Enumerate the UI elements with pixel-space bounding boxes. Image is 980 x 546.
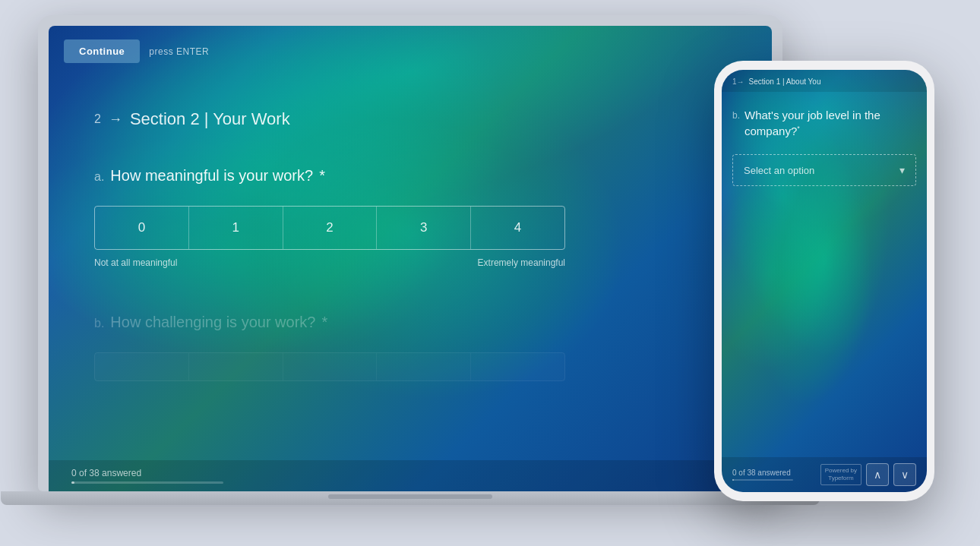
phone-nav-up-button[interactable]: ∧ [866, 463, 889, 486]
laptop-progress-track [71, 481, 223, 484]
laptop-progress-text: 0 of 38 answered [71, 468, 223, 478]
phone-select-dropdown[interactable]: Select an option ▾ [732, 154, 916, 186]
question-a-required: * [319, 167, 325, 185]
scale-buttons-a: 0 1 2 3 4 [94, 206, 565, 250]
phone-section-title: Section 1 | About You [749, 77, 821, 86]
phone-dropdown-placeholder: Select an option [744, 165, 814, 176]
scale-btn-b-2 [283, 353, 378, 380]
section-heading: 2 → Section 2 | Your Work [94, 109, 726, 129]
phone-progress-track [732, 479, 793, 481]
scene: Continue press ENTER 2 → Section 2 | You… [0, 0, 980, 546]
phone-inner: 1→ Section 1 | About You b. What's your … [722, 70, 927, 492]
phone-progress-text: 0 of 38 answered [732, 469, 793, 477]
question-a-letter: a. [94, 170, 104, 184]
scale-btn-1[interactable]: 1 [189, 207, 283, 249]
continue-button[interactable]: Continue [64, 39, 140, 63]
scale-btn-b-1 [189, 353, 283, 380]
scale-labels-a: Not at all meaningful Extremely meaningf… [94, 257, 565, 268]
scale-btn-3[interactable]: 3 [377, 207, 471, 249]
scale-btn-2[interactable]: 2 [283, 207, 378, 249]
section-arrow-icon: → [109, 112, 122, 128]
question-b-block: b. How challenging is your work? * [94, 314, 726, 381]
section-number: 2 [94, 112, 101, 126]
scale-btn-4[interactable]: 4 [471, 207, 564, 249]
laptop-device: Continue press ENTER 2 → Section 2 | You… [38, 15, 782, 516]
laptop-bottom-bar: 0 of 38 answered [49, 460, 772, 491]
phone-nav-down-button[interactable]: ∨ [893, 463, 916, 486]
phone-question-b-label: b. What's your job level in the company?… [732, 107, 916, 139]
question-a-text: How meaningful is your work? [110, 167, 313, 185]
question-b-required: * [321, 314, 327, 331]
scale-buttons-b-faded [94, 352, 565, 381]
question-b-letter: b. [94, 317, 104, 330]
phone-device: 1→ Section 1 | About You b. What's your … [714, 61, 934, 501]
laptop-survey-background: Continue press ENTER 2 → Section 2 | You… [49, 26, 772, 491]
question-b-label: b. How challenging is your work? * [94, 314, 726, 331]
question-a-block: a. How meaningful is your work? * 0 1 2 … [94, 167, 726, 268]
phone-nav-buttons: Powered byTypeform ∧ ∨ [820, 463, 916, 486]
laptop-top-bar: Continue press ENTER [49, 33, 772, 69]
laptop-base [1, 491, 820, 505]
question-a-label: a. How meaningful is your work? * [94, 167, 726, 185]
phone-body: b. What's your job level in the company?… [722, 92, 927, 457]
phone-survey-background: 1→ Section 1 | About You b. What's your … [722, 70, 927, 492]
scale-label-right: Extremely meaningful [478, 257, 565, 268]
press-enter-hint: press ENTER [149, 46, 209, 57]
laptop-survey-content: 2 → Section 2 | Your Work a. How meaning… [49, 26, 772, 404]
laptop-outer: Continue press ENTER 2 → Section 2 | You… [38, 15, 782, 491]
phone-question-b-text: What's your job level in the company?* [744, 107, 916, 139]
laptop-progress-fill [71, 481, 74, 484]
phone-question-b-letter: b. [732, 109, 740, 122]
laptop-progress-area: 0 of 38 answered [71, 468, 223, 484]
phone-powered-by-label: Powered byTypeform [820, 464, 861, 484]
phone-survey-content: 1→ Section 1 | About You b. What's your … [722, 70, 927, 492]
question-b-text: How challenging is your work? [110, 314, 315, 331]
phone-section-num: 1→ [732, 77, 744, 86]
phone-bottom-bar: 0 of 38 answered Powered byTypeform ∧ ∨ [722, 457, 927, 492]
laptop-screen: Continue press ENTER 2 → Section 2 | You… [49, 26, 772, 491]
scale-btn-b-4 [471, 353, 564, 380]
phone-top-bar: 1→ Section 1 | About You [722, 70, 927, 92]
scale-btn-b-0 [95, 353, 189, 380]
scale-btn-0[interactable]: 0 [95, 207, 189, 249]
phone-progress-fill [732, 479, 734, 481]
phone-progress-area: 0 of 38 answered [732, 469, 793, 481]
section-title: Section 2 | Your Work [130, 109, 290, 129]
phone-dropdown-arrow-icon: ▾ [899, 164, 905, 176]
scale-label-left: Not at all meaningful [94, 257, 177, 268]
scale-btn-b-3 [377, 353, 471, 380]
scale-container-a: 0 1 2 3 4 Not at all meaningful Extremel… [94, 206, 726, 268]
